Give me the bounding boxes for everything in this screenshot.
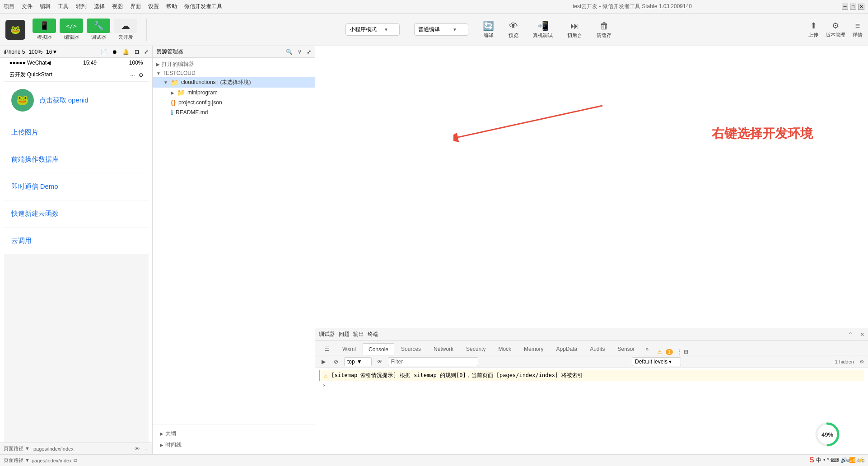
tab-wxml[interactable]: Wxml bbox=[336, 343, 362, 355]
readme-item[interactable]: ℹ README.md bbox=[153, 107, 315, 117]
clear-cache-action[interactable]: 🗑 清缓存 bbox=[597, 21, 611, 39]
menu-item-interface[interactable]: 界面 bbox=[130, 3, 141, 10]
menu-item-file[interactable]: 文件 bbox=[22, 3, 33, 10]
editor-tool[interactable]: </> 编辑器 bbox=[60, 19, 83, 41]
tray-icon-vol[interactable]: 🔊 bbox=[840, 457, 847, 463]
record-icon[interactable]: ⏺ bbox=[112, 49, 117, 55]
window-controls[interactable]: ─ □ ✕ bbox=[842, 4, 864, 10]
tab-audits[interactable]: Audits bbox=[584, 343, 611, 355]
tab-mock[interactable]: Mock bbox=[492, 343, 517, 355]
copy-icon[interactable]: ⧉ bbox=[74, 457, 77, 463]
real-debug-action[interactable]: 📲 真机调试 bbox=[533, 20, 553, 39]
filter-input[interactable] bbox=[388, 357, 478, 366]
tab-sensor[interactable]: Sensor bbox=[612, 343, 641, 355]
tool-group: 📱 模拟器 </> 编辑器 🔧 调试器 ☁ 云开发 bbox=[33, 19, 137, 41]
cloud-tool[interactable]: ☁ 云开发 bbox=[114, 19, 137, 41]
background-action[interactable]: ⏭ 切后台 bbox=[567, 21, 582, 39]
project-config-item[interactable]: {} project.config.json bbox=[153, 98, 315, 107]
tab-appdata[interactable]: AppData bbox=[550, 343, 583, 355]
sound-icon[interactable]: 🔔 bbox=[122, 49, 129, 55]
tray-icon-kb[interactable]: ⌨ bbox=[831, 457, 839, 463]
top-select[interactable]: top ▼ bbox=[344, 357, 372, 366]
eye-icon[interactable]: 👁 bbox=[135, 446, 140, 452]
devtools-tab-output[interactable]: 输出 bbox=[353, 331, 364, 338]
tab-console[interactable]: Console bbox=[363, 343, 394, 355]
sim-bottom-icons: 👁 ··· bbox=[135, 446, 149, 452]
more-dot-icon[interactable]: ··· bbox=[145, 446, 149, 452]
timeline-section[interactable]: ▶ 时间线 bbox=[156, 439, 311, 451]
menu-item-tools[interactable]: 工具 bbox=[58, 3, 69, 10]
search-icon[interactable]: 🔍 bbox=[286, 49, 293, 55]
version-mgr-button[interactable]: ⚙ 版本管理 bbox=[826, 21, 845, 38]
rotate-icon[interactable]: ⊡ bbox=[135, 49, 139, 55]
phone-menu-item-3[interactable]: 快速新建云函数 bbox=[4, 200, 149, 227]
background-icon: ⏭ bbox=[570, 21, 579, 31]
preview-action[interactable]: 👁 预览 bbox=[509, 21, 518, 39]
get-openid-text[interactable]: 点击获取 openid bbox=[39, 96, 89, 105]
menu-item-view[interactable]: 视图 bbox=[112, 3, 123, 10]
menu-item-project[interactable]: 项目 bbox=[4, 3, 14, 10]
phone-menu-item-0[interactable]: 上传图片 bbox=[4, 119, 149, 146]
tray-icon-zh[interactable]: 中 bbox=[816, 457, 821, 464]
expand-icon[interactable]: ⤢ bbox=[144, 49, 149, 55]
tab-picker[interactable]: ☰ bbox=[319, 343, 336, 355]
levels-select[interactable]: Default levels ▾ bbox=[632, 357, 681, 366]
phone-menu-item-2[interactable]: 即时通信 Demo bbox=[4, 173, 149, 200]
carrier-label: ●●●●● WeChat◀ bbox=[9, 60, 51, 66]
phone-menu-item-4[interactable]: 云调用 bbox=[4, 228, 149, 254]
settings-icon[interactable]: ⚙ bbox=[859, 359, 864, 365]
devtools-close-icon[interactable]: ✕ bbox=[860, 331, 864, 338]
console-prompt[interactable]: › bbox=[319, 381, 864, 389]
tab-network[interactable]: Network bbox=[428, 343, 459, 355]
devtools-tab-terminal[interactable]: 终端 bbox=[368, 331, 378, 338]
close-button[interactable]: ✕ bbox=[858, 4, 864, 10]
tray-icon-power[interactable]: ⚡ bbox=[858, 457, 864, 463]
tab-sources[interactable]: Sources bbox=[395, 343, 427, 355]
branch-icon[interactable]: ⑂ bbox=[298, 49, 301, 55]
console-play-btn[interactable]: ▶ bbox=[319, 357, 328, 366]
testcloud-header[interactable]: ▼ TESTCLOUD bbox=[153, 69, 315, 77]
menu-item-settings[interactable]: 设置 bbox=[148, 3, 159, 10]
compile-action[interactable]: 🔄 编译 bbox=[483, 20, 494, 39]
tab-memory[interactable]: Memory bbox=[518, 343, 549, 355]
debugger-tool[interactable]: 🔧 调试器 bbox=[87, 19, 110, 41]
details-button[interactable]: ≡ 详情 bbox=[853, 21, 863, 38]
outline-section[interactable]: ▶ 大纲 bbox=[156, 428, 311, 439]
devtools-tab-issues[interactable]: 问题 bbox=[339, 331, 350, 338]
upload-button[interactable]: ⬆ 上传 bbox=[808, 21, 818, 38]
devtools-minimize-icon[interactable]: ⌃ bbox=[848, 331, 853, 338]
menu-item-devtools[interactable]: 微信开发者工具 bbox=[184, 3, 222, 10]
menu-item-goto[interactable]: 转到 bbox=[76, 3, 87, 10]
tray-icon-net[interactable]: 📶 bbox=[849, 457, 856, 463]
file-tree: ▶ 打开的编辑器 ▼ TESTCLOUD ▼ 📁 cloudfunctions … bbox=[153, 58, 315, 424]
tab-more[interactable]: » bbox=[642, 343, 653, 355]
miniprogram-item[interactable]: ▶ 📁 miniprogram bbox=[153, 88, 315, 98]
devtools-titlebar-btns: 调试器 问题 输出 终端 bbox=[319, 331, 378, 338]
minimize-button[interactable]: ─ bbox=[842, 4, 848, 10]
tablet-icon[interactable]: 📄 bbox=[100, 49, 107, 55]
target-icon[interactable]: ⊙ bbox=[139, 72, 143, 78]
version-mgr-icon: ⚙ bbox=[832, 21, 839, 31]
menu-bar[interactable]: 项目 文件 编辑 工具 转到 选择 视图 界面 设置 帮助 微信开发者工具 bbox=[4, 3, 423, 10]
devtools-tab-debugger[interactable]: 调试器 bbox=[319, 331, 335, 338]
mode-select[interactable]: 小程序模式 ▼ bbox=[345, 23, 400, 36]
more-icon[interactable]: ··· bbox=[130, 72, 135, 78]
menu-item-help[interactable]: 帮助 bbox=[166, 3, 177, 10]
devtools-dots-icon[interactable]: ⋮ bbox=[677, 349, 682, 355]
title-bar: 项目 文件 编辑 工具 转到 选择 视图 界面 设置 帮助 微信开发者工具 te… bbox=[0, 0, 868, 14]
menu-item-edit[interactable]: 编辑 bbox=[40, 3, 51, 10]
menu-item-select[interactable]: 选择 bbox=[94, 3, 105, 10]
phone-menu-item-1[interactable]: 前端操作数据库 bbox=[4, 146, 149, 173]
tab-security[interactable]: Security bbox=[460, 343, 491, 355]
open-editors-header[interactable]: ▶ 打开的编辑器 bbox=[153, 60, 315, 69]
tray-icon-punc[interactable]: ° bbox=[827, 457, 829, 463]
console-pause-btn[interactable]: ⊘ bbox=[331, 357, 341, 366]
simulator-tool[interactable]: 📱 模拟器 bbox=[33, 19, 56, 41]
eye-console-btn[interactable]: 👁 bbox=[375, 357, 384, 366]
compile-select[interactable]: 普通编译 ▼ bbox=[414, 23, 468, 36]
expand-all-icon[interactable]: ⤢ bbox=[307, 49, 311, 55]
testcloud-section: ▼ TESTCLOUD ▼ 📁 cloudfunctions | (未选择环境)… bbox=[153, 69, 315, 117]
maximize-button[interactable]: □ bbox=[850, 4, 856, 10]
cloudfunctions-item[interactable]: ▼ 📁 cloudfunctions | (未选择环境) bbox=[153, 77, 315, 88]
devtools-grid-icon[interactable]: ⊞ bbox=[684, 349, 688, 355]
